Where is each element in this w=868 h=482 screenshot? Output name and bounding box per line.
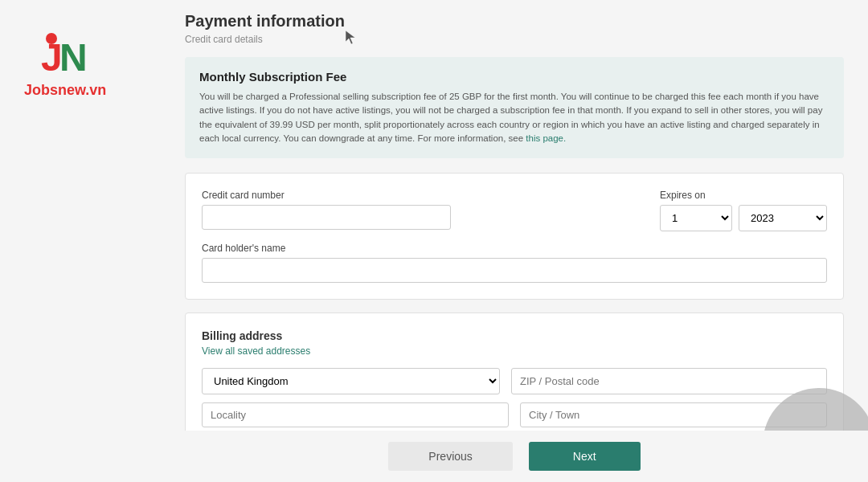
country-select-wrapper: United Kingdom United States Canada Aust… [202,368,500,394]
svg-text:N: N [59,36,88,79]
expires-inputs: 1 2 3 4 5 6 7 8 9 10 11 12 2023 [660,205,827,231]
cc-number-label: Credit card number [202,190,644,201]
locality-input[interactable] [202,402,509,427]
expires-month-select[interactable]: 1 2 3 4 5 6 7 8 9 10 11 12 [660,205,732,231]
logo-prefix: Jobsnew [24,82,85,98]
cardholder-input[interactable] [202,258,827,283]
logo-text: Jobsnew.vn [24,82,106,99]
credit-card-row: Credit card number Expires on 1 2 3 4 5 … [202,190,827,231]
main-content: Payment information Credit card details … [161,0,868,482]
cc-number-input[interactable] [202,205,451,230]
expires-year-select[interactable]: 2023 2024 2025 2026 2027 2028 [739,205,827,231]
logo-icon: J N [37,32,93,80]
billing-title: Billing address [202,329,827,342]
previous-button[interactable]: Previous [388,442,512,471]
locality-city-row [202,402,827,427]
info-box: Monthly Subscription Fee You will be cha… [185,57,844,158]
bottom-bar: Previous Next [161,431,868,482]
info-box-link[interactable]: this page. [526,133,566,143]
info-box-title: Monthly Subscription Fee [199,70,829,84]
next-button[interactable]: Next [529,442,641,471]
saved-addresses-link[interactable]: View all saved addresses [202,345,827,357]
cc-number-group: Credit card number [202,190,644,230]
expires-group: Expires on 1 2 3 4 5 6 7 8 9 10 11 1 [660,190,827,231]
country-zip-row: United Kingdom United States Canada Aust… [202,368,827,394]
info-box-body-text: You will be charged a Professional selli… [199,92,822,143]
logo-suffix: .vn [85,82,106,98]
info-box-text: You will be charged a Professional selli… [199,90,829,145]
expires-label: Expires on [660,190,827,201]
page-subtitle: Credit card details [185,34,844,45]
page-title: Payment information [185,12,844,31]
country-select[interactable]: United Kingdom United States Canada Aust… [202,368,500,394]
cardholder-label: Card holder's name [202,243,827,254]
svg-point-2 [46,33,57,44]
logo-area: J N Jobsnew.vn [24,32,106,99]
credit-card-section: Credit card number Expires on 1 2 3 4 5 … [185,173,844,300]
cardholder-group: Card holder's name [202,243,827,283]
zip-input[interactable] [511,368,827,394]
